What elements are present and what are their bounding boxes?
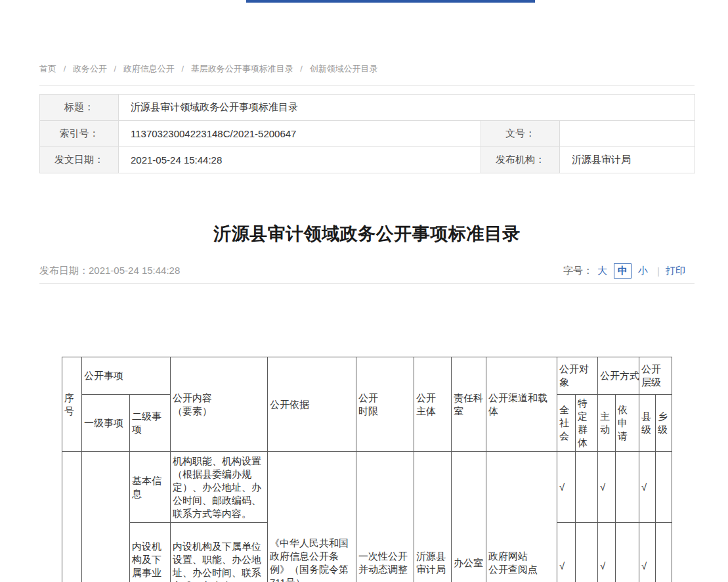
meta-index-label: 索引号：: [40, 121, 119, 147]
breadcrumb-home[interactable]: 首页: [39, 64, 56, 74]
table-row: 基本信息 机构职能、机构设置（根据县委编办规定）、办公地址、办公时间、邮政编码、…: [62, 452, 672, 523]
col-header-time-limit: 公开 时限: [356, 357, 414, 452]
catalog-header-row-1: 序 号 公开事项 公开内容 （要素） 公开依据 公开 时限 公开 主体 责任科 …: [62, 357, 672, 395]
breadcrumb: 首页 / 政务公开 / 政府信息公开 / 基层政务公开事项标准目录 / 创新领域…: [39, 63, 695, 86]
breadcrumb-standard-catalog[interactable]: 基层政务公开事项标准目录: [191, 64, 293, 74]
article-meta-bar: 发布日期：2021-05-24 15:44:28 字号： 大 中 小 | 打印: [39, 258, 695, 284]
col-header-level1: 一级事项: [82, 395, 130, 452]
col-header-dept: 责任科 室: [452, 357, 486, 452]
page: 首页 / 政务公开 / 政府信息公开 / 基层政务公开事项标准目录 / 创新领域…: [0, 0, 728, 582]
font-size-controls: 字号： 大 中 小 | 打印: [563, 263, 695, 279]
meta-docno-value: [560, 121, 695, 147]
col-header-audience-all: 全 社 会: [557, 395, 576, 452]
cell-level2: 基本信息: [130, 452, 171, 523]
font-size-small-button[interactable]: 小: [638, 265, 648, 277]
cell-check-level-town: [656, 452, 672, 523]
breadcrumb-separator: /: [64, 64, 66, 74]
meta-title-value: 沂源县审计领域政务公开事项标准目录: [119, 95, 695, 121]
cell-basis: 《中华人民共和国政府信息公开条例》（国务院令第711号）: [268, 452, 356, 582]
cell-dept: 办公室: [452, 452, 486, 582]
document-meta-table: 标题： 沂源县审计领域政务公开事项标准目录 索引号： 1137032300422…: [39, 94, 695, 173]
cell-content: 内设机构及下属单位设置、职能、办公地址、办公时间、联系方式、负责人: [171, 523, 268, 582]
breadcrumb-government-info[interactable]: 政府信息公开: [123, 64, 175, 74]
cell-check-method-request: [616, 523, 639, 582]
meta-row-title: 标题： 沂源县审计领域政务公开事项标准目录: [40, 95, 695, 121]
meta-index-value: 11370323004223148C/2021-5200647: [119, 121, 481, 147]
meta-date-value: 2021-05-24 15:44:28: [119, 147, 481, 173]
col-header-level-county: 县 级: [639, 395, 656, 452]
font-size-medium-button[interactable]: 中: [614, 263, 632, 279]
cell-time-limit: 一次性公开 并动态调整: [356, 452, 414, 582]
top-nav-bar-edge: [246, 0, 535, 3]
meta-date-label: 发文日期：: [40, 147, 119, 173]
col-header-channel: 公开渠道和载 体: [486, 357, 557, 452]
breadcrumb-current-page: 创新领域公开目录: [310, 64, 378, 74]
catalog-table: 序 号 公开事项 公开内容 （要素） 公开依据 公开 时限 公开 主体 责任科 …: [62, 357, 672, 582]
breadcrumb-separator: /: [114, 64, 117, 74]
meta-org-value: 沂源县审计局: [560, 147, 695, 173]
col-header-subject: 公开 主体: [414, 357, 452, 452]
cell-check-level-town: [656, 523, 672, 582]
publish-date-label: 发布日期：: [39, 265, 89, 276]
meta-title-label: 标题：: [40, 95, 119, 121]
col-header-method-group: 公开方式: [598, 357, 639, 395]
font-size-large-button[interactable]: 大: [597, 265, 607, 277]
cell-check-audience-specific: [576, 452, 598, 523]
cell-check-audience-all: √: [557, 452, 576, 523]
cell-subject: 沂源县 审计局: [414, 452, 452, 582]
col-header-basis: 公开依据: [268, 357, 356, 452]
col-header-method-request: 依申 请: [616, 395, 639, 452]
breadcrumb-separator: /: [300, 64, 303, 74]
publish-date: 发布日期：2021-05-24 15:44:28: [39, 265, 180, 277]
cell-check-method-active: √: [598, 452, 616, 523]
cell-channel: 政府网站 公开查阅点: [486, 452, 557, 582]
meta-docno-label: 文号：: [481, 121, 560, 147]
breadcrumb-zhengwu-gongkai[interactable]: 政务公开: [73, 64, 107, 74]
col-header-method-active: 主 动: [598, 395, 616, 452]
col-header-level2: 二级事 项: [130, 395, 171, 452]
cell-check-method-active: √: [598, 523, 616, 582]
col-header-audience-specific: 特 定 群 体: [576, 395, 598, 452]
breadcrumb-separator: /: [181, 64, 184, 74]
vertical-divider: |: [657, 265, 660, 277]
meta-row-index: 索引号： 11370323004223148C/2021-5200647 文号：: [40, 121, 695, 147]
col-header-items-group: 公开事项: [82, 357, 171, 395]
col-header-audience-group: 公开对 象: [557, 357, 598, 395]
meta-row-date: 发文日期： 2021-05-24 15:44:28 发布机构： 沂源县审计局: [40, 147, 695, 173]
cell-check-method-request: [616, 452, 639, 523]
cell-seq: [62, 452, 82, 582]
cell-check-audience-specific: [576, 523, 598, 582]
cell-check-level-county: √: [639, 452, 656, 523]
cell-level1: [82, 452, 130, 582]
col-header-content: 公开内容 （要素）: [171, 357, 268, 452]
col-header-seq: 序 号: [62, 357, 82, 452]
publish-date-value: 2021-05-24 15:44:28: [89, 265, 180, 276]
cell-level2: 内设机构及下属事业: [130, 523, 171, 582]
col-header-level-town: 乡 级: [656, 395, 672, 452]
cell-content: 机构职能、机构设置（根据县委编办规定）、办公地址、办公时间、邮政编码、联系方式等…: [171, 452, 268, 523]
cell-check-level-county: √: [639, 523, 656, 582]
page-title: 沂源县审计领域政务公开事项标准目录: [39, 222, 695, 246]
print-button[interactable]: 打印: [666, 265, 685, 277]
col-header-level-group: 公开 层级: [639, 357, 672, 395]
font-size-label: 字号：: [563, 265, 593, 277]
cell-check-audience-all: √: [557, 523, 576, 582]
meta-org-label: 发布机构：: [481, 147, 560, 173]
